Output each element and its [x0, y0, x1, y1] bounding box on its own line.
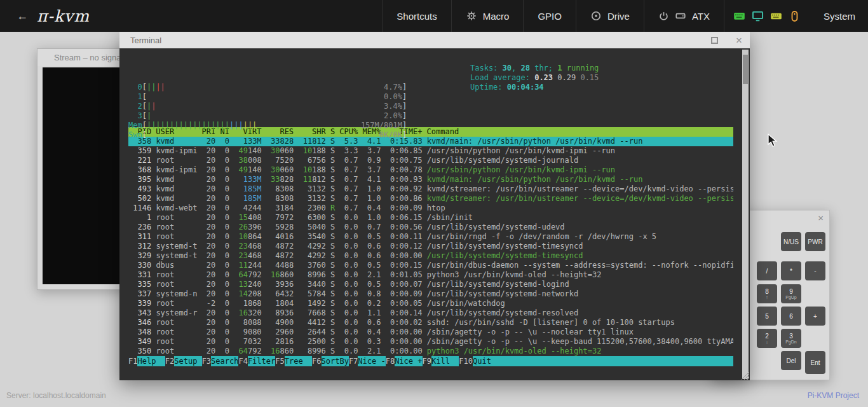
fkey-f2: F2 [165, 356, 174, 366]
nav-item-shortcuts[interactable]: Shortcuts [382, 0, 451, 32]
power-icon [658, 11, 669, 22]
keypad-key-3[interactable]: 3PgDn [781, 329, 801, 348]
nav-item-drive[interactable]: Drive [576, 0, 644, 32]
nav-label-system: System [824, 11, 855, 22]
scrollbar-thumb[interactable] [743, 55, 748, 84]
nav-label-macro: Macro [483, 11, 510, 22]
mouse-status-icon [789, 10, 801, 22]
process-row-329: 329 systemd-t 20 0 23468 4872 4292 S 0.0… [128, 251, 733, 261]
htop-output: 0[||||4.7%] 1[0.0%] 2[||3.4%] 3[|2.0%]Me… [119, 48, 750, 380]
htop-meters: 0[||||4.7%] 1[0.0%] 2[||3.4%] 3[|2.0%]Me… [128, 83, 733, 140]
process-row-339: 339 root -2 0 1868 1804 1492 S 0.0 0.2 0… [128, 299, 733, 308]
keypad-key-ent[interactable]: Ent [805, 351, 825, 374]
meter-0: 0[||||4.7%] [128, 83, 733, 92]
process-table-body: 358 kvmd 20 0 133M 33828 11812 S 5.3 4.1… [128, 137, 733, 356]
process-row-395: 395 kvmd 20 0 133M 33828 11812 S 0.7 4.1… [128, 175, 733, 184]
status-indicators [724, 0, 810, 32]
terminal-titlebar[interactable]: Terminal × [119, 32, 750, 48]
process-row-236: 236 root 20 0 26396 5928 5040 S 0.0 0.7 … [128, 223, 733, 232]
keypad-key-2[interactable]: 2↓ [757, 329, 777, 348]
htop-function-bar: F1Help F2Setup F3SearchF4FilterF5Tree F6… [128, 356, 733, 366]
htop-header: 0[||||4.7%] 1[0.0%] 2[||3.4%] 3[|2.0%]Me… [128, 64, 733, 121]
back-arrow-icon[interactable]: ← [17, 10, 28, 23]
close-icon[interactable]: × [736, 35, 742, 46]
pikvm-app: ← π-kvm Shortcuts Macro GPIO Drive [0, 0, 868, 407]
top-nav: ← π-kvm Shortcuts Macro GPIO Drive [0, 0, 868, 32]
htop-info-line: Uptime: 00:04:34 [470, 83, 599, 92]
storage-icon [675, 10, 686, 22]
meter-1: 1[0.0%] [128, 92, 733, 102]
fkey-f5: F5 [275, 356, 284, 366]
keypad-key-pwr[interactable]: PWR [805, 232, 825, 251]
stream-window-title: Stream – no signal [54, 53, 123, 62]
keypad-key-[interactable]: * [781, 261, 801, 280]
nav-label-shortcuts: Shortcuts [397, 11, 437, 22]
process-row-331: 331 root 20 0 64792 16860 8996 S 0.0 2.1… [128, 270, 733, 280]
nav-label-gpio: GPIO [538, 11, 562, 22]
meter-mem: Mem[||||||||||||||||||||||||157M/801M] [128, 121, 733, 130]
process-row-348: 348 root 20 0 9080 2960 2644 S 0.0 0.4 0… [128, 328, 733, 337]
process-row-330: 330 dbus 20 0 11244 4488 3760 S 0.0 0.5 … [128, 261, 733, 270]
process-row-1146: 1146 kvmd-webt 20 0 4244 3184 2300 R 0.7… [128, 204, 733, 213]
mouse-cursor [768, 134, 780, 148]
nav-left: ← π-kvm [0, 7, 90, 25]
keypad-key-[interactable]: + [805, 307, 825, 326]
process-row-346: 346 root 20 0 8088 4900 4412 S 0.0 0.6 0… [128, 318, 733, 328]
htop-info: Tasks: 30, 28 thr; 1 runningLoad average… [470, 64, 599, 92]
pikvm-project-link[interactable]: Pi-KVM Project [808, 391, 859, 400]
fkey-f8: F8 [386, 356, 395, 366]
fkey-f10: F10 [459, 356, 473, 366]
meter-swp: Swp[0K/0K] [128, 130, 733, 140]
app-logo[interactable]: π-kvm [37, 7, 90, 25]
keypad-key-[interactable]: / [757, 261, 777, 280]
nav-item-system[interactable]: System [810, 0, 868, 32]
keypad-key-9[interactable]: 9PgUp [781, 284, 801, 303]
nav-item-macro[interactable]: Macro [451, 0, 524, 32]
fkey-f7: F7 [349, 356, 358, 366]
nav-item-gpio[interactable]: GPIO [523, 0, 576, 32]
keypad-key-8[interactable]: 8↑ [757, 284, 777, 303]
process-row-1: 1 root 20 0 15408 7972 6300 S 0.0 1.0 0:… [128, 213, 733, 223]
terminal-screen[interactable]: 0[||||4.7%] 1[0.0%] 2[||3.4%] 3[|2.0%]Me… [119, 48, 750, 380]
display-status-icon [752, 10, 764, 22]
keypad-key-6[interactable]: 6 [781, 307, 801, 326]
process-row-502: 502 kvmd 20 0 185M 8308 3132 S 0.7 1.0 0… [128, 194, 733, 204]
fkey-f3: F3 [202, 356, 211, 366]
htop-info-line: Tasks: 30, 28 thr; 1 running [470, 64, 599, 73]
process-row-335: 335 root 20 0 13240 3936 3440 S 0.0 0.5 … [128, 280, 733, 289]
drive-disc-icon [590, 10, 602, 22]
process-row-311: 311 root 20 0 10864 4016 3540 S 0.0 0.5 … [128, 232, 733, 242]
nav-item-atx[interactable]: ATX [644, 0, 724, 32]
terminal-title: Terminal [130, 36, 161, 45]
nav-label-atx: ATX [692, 11, 710, 22]
process-row-337: 337 systemd-n 20 0 14208 6432 5784 S 0.0… [128, 289, 733, 299]
keypad-key-[interactable]: - [805, 261, 825, 280]
fkey-f1: F1 [128, 356, 137, 366]
terminal-window: Terminal × 0[||||4.7%] 1[0.0%] 2[||3.4%]… [119, 32, 750, 380]
process-row-350: 350 root 20 0 64792 16860 8996 S 0.0 2.1… [128, 347, 733, 356]
nav-menu: Shortcuts Macro GPIO Drive [382, 0, 868, 32]
meter-2: 2[||3.4%] [128, 102, 733, 111]
gear-icon [466, 10, 477, 22]
meter-3: 3[|2.0%] [128, 111, 733, 121]
process-row-493: 493 kvmd 20 0 185M 8308 3132 S 0.7 1.0 0… [128, 184, 733, 194]
streamer-status-icon [733, 10, 745, 22]
fkey-f6: F6 [312, 356, 321, 366]
process-row-349: 349 root 20 0 7032 2816 2500 S 0.0 0.3 0… [128, 337, 733, 347]
keypad-key-nus[interactable]: N/US [781, 232, 801, 251]
fkey-f9: F9 [423, 356, 431, 366]
fkey-f4: F4 [238, 356, 247, 366]
htop-info-line: Load average: 0.23 0.29 0.15 [470, 73, 599, 83]
maximize-icon[interactable] [711, 37, 718, 44]
process-row-312: 312 systemd-t 20 0 23468 4872 4292 S 0.0… [128, 242, 733, 251]
terminal-scrollbar[interactable] [742, 50, 749, 379]
server-label: Server: localhost.localdomain [6, 391, 106, 400]
process-row-343: 343 systemd-r 20 0 16320 8936 7668 S 0.0… [128, 308, 733, 318]
nav-label-drive: Drive [607, 11, 630, 22]
keypad-key-del[interactable]: Del [781, 351, 801, 370]
keypad-key-5[interactable]: 5 [757, 307, 777, 326]
keyboard-status-icon [770, 10, 782, 22]
